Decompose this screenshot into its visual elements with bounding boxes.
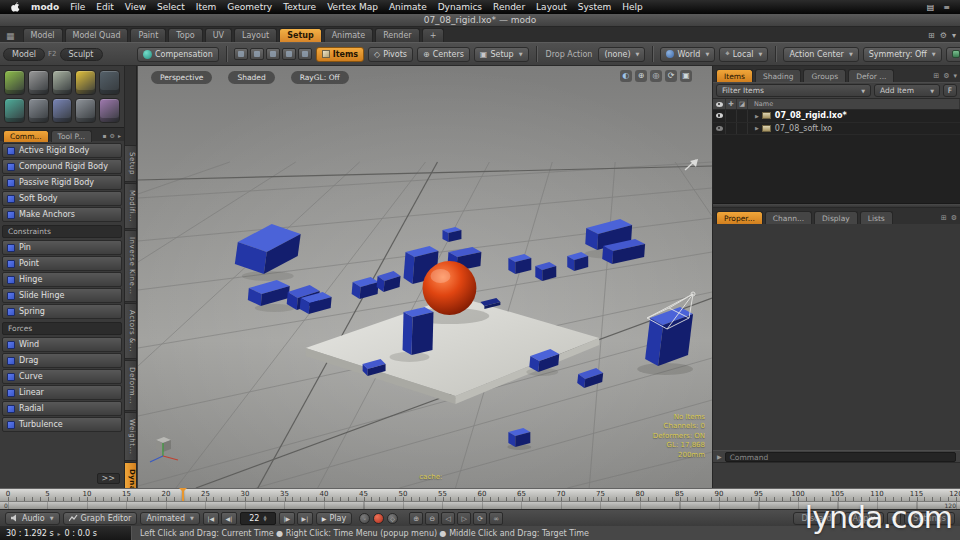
command-button[interactable]: Pin [2, 240, 122, 255]
app-menu[interactable]: modo [31, 2, 59, 12]
right-panel-tab[interactable]: Defor ... [848, 69, 894, 82]
menu-item[interactable]: Select [157, 2, 185, 12]
nav-sphere-icon[interactable]: ◐ [620, 70, 632, 82]
command-button[interactable]: Hinge [2, 272, 122, 287]
layout-gear-icon[interactable]: ⚙ [940, 31, 947, 40]
command-button[interactable]: Active Rigid Body [2, 143, 122, 158]
model-view-tab[interactable]: Model [3, 48, 45, 61]
vertical-tab[interactable]: Deform... [125, 360, 137, 411]
view-mode-dropdown[interactable]: Perspective [151, 71, 212, 84]
item-row[interactable]: ▶07_08_soft.lxo [713, 123, 960, 136]
current-frame-field[interactable]: 22 ▲▼ [240, 512, 276, 525]
right-panel-tab[interactable]: Items [716, 69, 753, 82]
polygons-mode-icon[interactable] [266, 48, 280, 60]
step-back-button[interactable]: ◀| [221, 512, 237, 525]
right-panel-lower-tab[interactable]: Proper... [716, 211, 763, 224]
edges-mode-icon[interactable] [250, 48, 264, 60]
time-caret-icon[interactable]: ▸ [58, 530, 61, 537]
grid-tool-icon[interactable] [99, 70, 120, 95]
command-button[interactable]: Wind [2, 337, 122, 352]
tab-commands[interactable]: Comm... [3, 130, 49, 142]
setup-mode-dropdown[interactable]: ▣ Setup ▼ [474, 47, 529, 62]
rotate-tool-icon[interactable] [52, 98, 73, 123]
paint-tool-icon[interactable] [99, 98, 120, 123]
sphere-tool-icon[interactable] [52, 70, 73, 95]
command-button[interactable]: Compound Rigid Body [2, 159, 122, 174]
prev-key-icon[interactable]: ◁ [441, 512, 455, 525]
command-input[interactable]: Command [725, 452, 956, 462]
menu-item[interactable]: Geometry [227, 2, 272, 12]
sculpt-view-tab[interactable]: Sculpt [60, 48, 103, 61]
menu-item[interactable]: View [125, 2, 146, 12]
panel-gear-icon[interactable]: ⚙ [951, 214, 957, 222]
right-panel-lower-tab[interactable]: Chann... [765, 211, 812, 224]
minimize-icon[interactable]: ▪ [103, 132, 107, 139]
layout-menu-arrow-icon[interactable]: ▾ [952, 31, 956, 40]
drop-action-dropdown[interactable]: (none) ▼ [598, 47, 645, 62]
vertices-mode-icon[interactable] [234, 48, 248, 60]
layout-tab[interactable]: Model Quad [65, 28, 129, 42]
step-forward-button[interactable]: |▶ [279, 512, 295, 525]
preset-tool-icon[interactable] [4, 98, 25, 123]
pane-expand-icon[interactable]: ⊞ [941, 214, 947, 222]
zoom-icon[interactable]: ⊕ [635, 70, 647, 82]
right-panel-tab[interactable]: Groups [803, 69, 846, 82]
link-channels-icon[interactable]: ∞ [489, 512, 503, 525]
vertical-tab[interactable]: Modifi... [125, 183, 137, 229]
centers-button[interactable]: ⊕ Centers [417, 47, 470, 62]
keyframe-icon[interactable]: ◇ [387, 513, 398, 524]
right-panel-lower-tab[interactable]: Display [814, 211, 858, 224]
disclosure-arrow-icon[interactable]: ▶ [755, 125, 759, 131]
tab-tool-properties[interactable]: Tool P... [51, 130, 92, 142]
panel-gear-icon[interactable]: ⚙ [110, 132, 115, 139]
go-to-end-button[interactable]: ▶| [297, 512, 313, 525]
menu-item[interactable]: Texture [283, 2, 316, 12]
display-status-icon[interactable]: ▤ [927, 3, 935, 12]
panel-menu-arrow-icon[interactable]: ▾ [953, 72, 957, 80]
panel-arrow-icon[interactable]: ▸ [118, 132, 121, 139]
record-button-icon[interactable] [373, 513, 384, 524]
command-button[interactable]: Radial [2, 401, 122, 416]
right-panel-lower-tab[interactable]: Lists [860, 211, 893, 224]
window-titlebar[interactable]: 07_08_rigid.lxo* — modo [0, 14, 960, 27]
command-button[interactable]: Spring [2, 304, 122, 319]
menu-item[interactable]: Vertex Map [327, 2, 378, 12]
viewport-3d[interactable]: Perspective Shaded RayGL: Off ◐ ⊕ ◎ ⟳ ▣ … [138, 66, 712, 488]
item-row[interactable]: ▶07_08_rigid.lxo* [713, 110, 960, 123]
layout-tab[interactable]: + [422, 28, 445, 42]
command-button[interactable]: Turbulence [2, 417, 122, 432]
polygon-tool-icon[interactable] [4, 70, 25, 95]
go-to-start-button[interactable]: |◀ [203, 512, 219, 525]
items-mode-icon[interactable] [282, 48, 296, 60]
disclosure-arrow-icon[interactable]: ▶ [755, 113, 759, 119]
play-button[interactable]: ▶ Play [316, 512, 352, 525]
command-button[interactable]: Soft Body [2, 191, 122, 206]
workspace-grid-icon[interactable]: ▦ [6, 31, 15, 41]
layout-tab[interactable]: Model [23, 28, 63, 42]
layout-tab[interactable]: Render [375, 28, 419, 42]
add-key-icon[interactable]: ⊕ [409, 512, 423, 525]
symmetry-dropdown[interactable]: Symmetry: Off ▼ [863, 47, 942, 62]
layout-tab[interactable]: Paint [130, 28, 166, 42]
command-button[interactable]: Point [2, 256, 122, 271]
command-button[interactable]: Curve [2, 369, 122, 384]
command-button[interactable]: Drag [2, 353, 122, 368]
audio-dropdown[interactable]: Audio ▼ [5, 512, 60, 525]
shading-mode-dropdown[interactable]: Shaded [228, 71, 274, 84]
command-button[interactable]: Linear [2, 385, 122, 400]
items-selection-button[interactable]: Items [316, 47, 364, 62]
loop-playback-icon[interactable]: ⟳ [473, 512, 487, 525]
scale-tool-icon[interactable] [75, 98, 96, 123]
sidebar-overflow-button[interactable]: >> [97, 473, 120, 484]
materials-mode-icon[interactable] [298, 48, 312, 60]
menu-item[interactable]: Edit [96, 2, 113, 12]
vertical-tab[interactable]: Actors &... [125, 303, 137, 359]
apple-menu-icon[interactable] [10, 1, 20, 13]
menu-list-icon[interactable]: ≡ [943, 3, 950, 12]
mirror-tool-icon[interactable] [28, 70, 49, 95]
action-center-dropdown[interactable]: Action Center ▼ [783, 47, 858, 62]
animated-dropdown[interactable]: Animated ▼ [140, 512, 199, 525]
layout-tab[interactable]: Layout [234, 28, 277, 42]
pane-split-icon[interactable]: ⊞ [928, 31, 935, 40]
viewport-options-icon[interactable]: ▣ [680, 70, 692, 82]
